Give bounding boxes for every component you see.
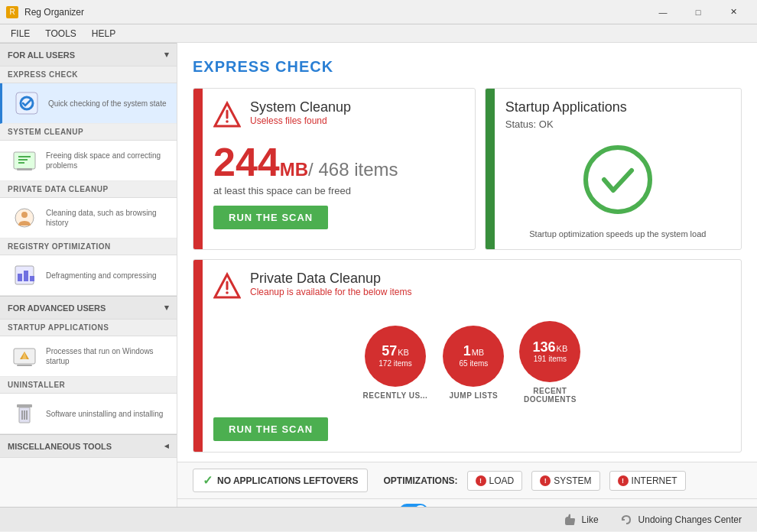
svg-rect-11 — [24, 271, 28, 281]
undo-button[interactable]: Undoing Changes Center — [614, 511, 748, 529]
red-bar — [193, 89, 203, 249]
sidebar-item-uninstaller[interactable]: Software uninstalling and installing — [0, 394, 177, 434]
execute-bar: Execute Express Check at Reg Organizer s… — [177, 498, 757, 507]
toggle-track[interactable] — [399, 504, 428, 507]
opt-system-label: SYSTEM — [554, 475, 591, 486]
menu-help[interactable]: HELP — [84, 27, 123, 41]
for-all-users-label: FOR ALL USERS — [8, 50, 75, 60]
red-bar-private — [193, 260, 203, 452]
main-layout: FOR ALL USERS ▾ EXPRESS CHECK Quick chec… — [0, 43, 757, 507]
system-opt-icon: ! — [540, 475, 551, 486]
misc-tools-label: MISCELLANEOUS TOOLS — [8, 442, 112, 451]
like-label: Like — [582, 514, 599, 525]
check-green-icon: ✓ — [203, 473, 213, 488]
registry-icon — [11, 261, 38, 289]
chevron-left-icon: ◂ — [164, 441, 169, 451]
green-bar — [486, 89, 495, 249]
circle-recently-value: 57 — [382, 344, 397, 359]
circle-recently-label: RECENTLY US... — [363, 391, 428, 400]
top-cards-row: System Cleanup Useless files found 244MB… — [193, 88, 742, 250]
private-data-card-inner: Private Data Cleanup Cleanup is availabl… — [193, 260, 741, 452]
svg-rect-12 — [30, 276, 34, 281]
private-data-btn-container: RUN THE SCAN — [213, 417, 730, 441]
menubar: FILE TOOLS HELP — [0, 24, 757, 43]
system-cleanup-size: 244MB/ 468 items — [213, 142, 464, 182]
private-data-subtitle: Cleanup is available for the below items — [250, 287, 411, 297]
circle-recent: 136 KB 191 items — [519, 321, 580, 382]
internet-opt-icon: ! — [618, 475, 629, 486]
sidebar-item-private-data[interactable]: Cleaning data, such as browsing history — [0, 198, 177, 238]
sidebar-item-express-check[interactable]: Quick checking of the system state — [0, 83, 177, 124]
footer: Like Undoing Changes Center — [0, 507, 757, 531]
toggle-on-label: ON — [434, 506, 448, 507]
express-check-desc: Quick checking of the system state — [48, 99, 169, 109]
opt-internet-label: INTERNET — [632, 475, 677, 486]
uninstaller-desc: Software uninstalling and installing — [46, 409, 169, 419]
bottom-optimizations-bar: ✓ NO APPLICATIONS LEFTOVERS OPTIMIZATION… — [177, 462, 757, 498]
circle-item-recent: 136 KB 191 items RECENT DOCUMENTS — [519, 321, 580, 404]
private-data-desc: Cleaning data, such as browsing history — [46, 208, 169, 228]
system-cleanup-content: Freeing disk space and correcting proble… — [46, 151, 169, 170]
page-title: EXPRESS CHECK — [193, 58, 742, 76]
express-check-content: Quick checking of the system state — [48, 99, 169, 109]
private-data-card: Private Data Cleanup Cleanup is availabl… — [193, 259, 742, 453]
like-button[interactable]: Like — [557, 511, 605, 529]
no-leftovers-label: NO APPLICATIONS LEFTOVERS — [217, 475, 358, 486]
system-cleanup-run-button[interactable]: RUN THE SCAN — [213, 206, 328, 229]
window-controls: — □ ✕ — [645, 0, 751, 24]
circle-jumplists-value: 1 — [463, 344, 471, 359]
menu-tools[interactable]: TOOLS — [37, 27, 83, 41]
load-opt-icon: ! — [476, 475, 486, 486]
uninstaller-header: UNINSTALLER — [0, 377, 177, 394]
circle-recent-value: 136 — [533, 340, 556, 355]
registry-desc: Defragmenting and compressing — [46, 271, 169, 281]
svg-rect-17 — [17, 404, 32, 407]
misc-tools-header[interactable]: MISCELLANEOUS TOOLS ◂ — [0, 434, 177, 458]
system-cleanup-card: System Cleanup Useless files found 244MB… — [193, 88, 476, 250]
close-button[interactable]: ✕ — [716, 0, 751, 24]
circle-recently-unit: KB — [398, 348, 409, 357]
warning-icon — [213, 101, 241, 135]
startup-footer: Startup optimization speeds up the syste… — [505, 229, 730, 238]
svg-rect-10 — [18, 274, 22, 281]
circle-jumplists-sub: 65 items — [460, 359, 489, 368]
svg-point-8 — [21, 212, 28, 218]
circle-jumplists-label: JUMP LISTS — [450, 391, 499, 400]
opt-load-label: LOAD — [489, 475, 515, 486]
for-advanced-users-label: FOR ADVANCED USERS — [8, 303, 106, 313]
items-count: / 468 items — [308, 159, 398, 180]
private-data-header: PRIVATE DATA CLEANUP — [0, 181, 177, 198]
registry-content: Defragmenting and compressing — [46, 271, 169, 281]
circle-recent-sub: 191 items — [534, 355, 567, 363]
system-cleanup-subtitle: Useless files found — [250, 115, 351, 126]
space-description: at least this space can be freed — [213, 185, 464, 196]
private-data-content: Cleaning data, such as browsing history — [46, 208, 169, 228]
for-advanced-users-header[interactable]: FOR ADVANCED USERS ▾ — [0, 296, 177, 320]
maximize-button[interactable]: □ — [681, 0, 716, 24]
startup-title: Startup Applications — [505, 99, 730, 115]
data-circles: 57 KB 172 items RECENTLY US... 1 MB — [213, 313, 730, 410]
startup-card-inner: Startup Applications Status: OK Startup … — [486, 89, 741, 249]
sidebar-item-registry[interactable]: Defragmenting and compressing — [0, 255, 177, 296]
for-all-users-header[interactable]: FOR ALL USERS ▾ — [0, 43, 177, 66]
system-cleanup-title-area: System Cleanup Useless files found — [250, 99, 351, 126]
system-cleanup-header-section: System Cleanup Useless files found — [213, 99, 464, 135]
sidebar-item-system-cleanup[interactable]: Freeing disk space and correcting proble… — [0, 141, 177, 181]
minimize-button[interactable]: — — [645, 0, 681, 24]
system-cleanup-card-inner: System Cleanup Useless files found 244MB… — [193, 89, 475, 240]
svg-rect-14 — [17, 365, 32, 366]
circle-recently: 57 KB 172 items — [365, 326, 426, 387]
circle-recent-unit: KB — [557, 344, 568, 353]
opt-system-button[interactable]: ! SYSTEM — [531, 471, 599, 491]
private-data-title-area: Private Data Cleanup Cleanup is availabl… — [250, 271, 411, 297]
size-unit: MB — [280, 159, 308, 180]
menu-file[interactable]: FILE — [3, 27, 37, 41]
opt-load-button[interactable]: ! LOAD — [467, 471, 523, 491]
sidebar-item-startup[interactable]: Processes that run on Windows startup — [0, 336, 177, 377]
private-data-run-button[interactable]: RUN THE SCAN — [213, 417, 328, 441]
startup-header: STARTUP APPLICATIONS — [0, 320, 177, 336]
size-number: 244 — [213, 140, 280, 184]
titlebar: R Reg Organizer — □ ✕ — [0, 0, 757, 24]
toggle-switch[interactable] — [399, 504, 428, 507]
opt-internet-button[interactable]: ! INTERNET — [609, 471, 686, 491]
